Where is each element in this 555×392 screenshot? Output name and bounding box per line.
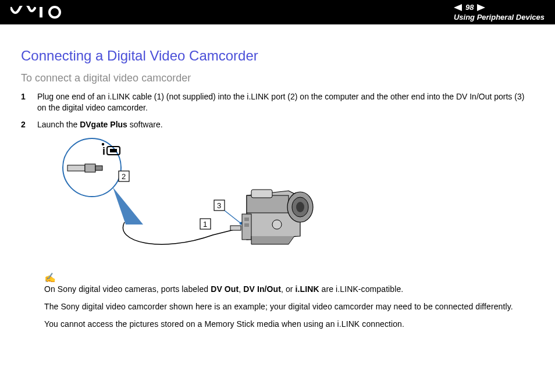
page-nav: 98 [454,3,545,12]
svg-rect-10 [95,166,102,170]
camcorder-diagram-svg: i 2 1 3 [44,137,323,259]
step-text: Launch the DVgate Plus software. [37,119,163,130]
svg-rect-8 [67,165,85,171]
svg-marker-2 [454,4,462,11]
header-right: 98 Using Peripheral Devices [454,3,545,22]
callout-2: 2 [122,172,126,181]
svg-rect-16 [230,226,241,230]
next-page-icon[interactable] [477,4,485,11]
diagram: i 2 1 3 [44,137,534,262]
svg-point-20 [296,202,304,212]
note-line-3: You cannot access the pictures stored on… [44,319,534,329]
callout-1: 1 [203,220,207,229]
step-number: 1 [21,91,29,113]
prev-page-icon[interactable] [454,4,462,11]
svg-rect-9 [85,164,95,172]
page-subtitle: To connect a digital video camcorder [21,72,534,84]
page-number: 98 [465,3,474,12]
step-text: Plug one end of an i.LINK cable (1) (not… [37,91,534,113]
vaio-logo [10,6,66,19]
svg-marker-3 [477,4,485,11]
vaio-logo-svg [10,6,66,19]
svg-rect-21 [251,190,272,198]
steps-list: 1 Plug one end of an i.LINK cable (1) (n… [21,91,534,130]
svg-point-1 [49,7,60,17]
step-item: 1 Plug one end of an i.LINK cable (1) (n… [21,91,534,113]
page-content: Connecting a Digital Video Camcorder To … [0,24,555,348]
note-line-1: On Sony digital video cameras, ports lab… [44,284,534,294]
svg-rect-23 [244,218,249,221]
svg-point-5 [102,142,104,145]
note-icon: ✍ [44,272,534,283]
camcorder-icon [242,190,313,244]
note-line-2: The Sony digital video camcorder shown h… [44,302,534,311]
step-number: 2 [21,119,29,130]
callout-3: 3 [217,201,221,210]
svg-line-14 [225,211,241,223]
ilink-icon: i [102,145,105,157]
svg-point-25 [272,220,282,229]
section-label: Using Peripheral Devices [454,13,545,22]
page-title: Connecting a Digital Video Camcorder [21,48,534,64]
svg-rect-0 [40,7,42,17]
svg-rect-24 [244,223,249,227]
notes-block: ✍ On Sony digital video cameras, ports l… [44,272,534,329]
svg-rect-7 [110,149,117,152]
header-bar: 98 Using Peripheral Devices [0,0,555,24]
step-item: 2 Launch the DVgate Plus software. [21,119,534,130]
